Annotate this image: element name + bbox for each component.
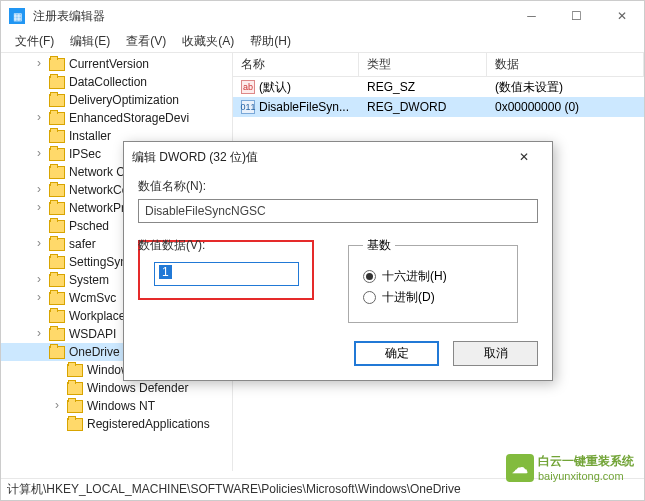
folder-icon	[49, 220, 65, 233]
list-header: 名称 类型 数据	[233, 53, 644, 77]
folder-icon	[49, 112, 65, 125]
folder-icon	[49, 328, 65, 341]
value-data: (数值未设置)	[487, 79, 644, 96]
folder-icon	[49, 184, 65, 197]
menu-help[interactable]: 帮助(H)	[242, 31, 299, 52]
col-name[interactable]: 名称	[233, 53, 359, 76]
folder-icon	[49, 94, 65, 107]
value-icon: 011	[241, 100, 255, 114]
folder-icon	[49, 202, 65, 215]
expand-icon[interactable]: ›	[33, 146, 45, 160]
menu-favorites[interactable]: 收藏夹(A)	[174, 31, 242, 52]
watermark-url: baiyunxitong.com	[538, 470, 634, 482]
folder-icon	[67, 400, 83, 413]
expand-icon[interactable]: ›	[33, 272, 45, 286]
tree-item[interactable]: ›EnhancedStorageDevi	[1, 109, 232, 127]
expand-icon[interactable]: ›	[33, 326, 45, 340]
tree-item[interactable]: RegisteredApplications	[1, 415, 232, 433]
folder-icon	[49, 58, 65, 71]
tree-item-label: Psched	[69, 219, 109, 233]
folder-icon	[49, 256, 65, 269]
expand-icon[interactable]: ›	[33, 290, 45, 304]
menubar: 文件(F) 编辑(E) 查看(V) 收藏夹(A) 帮助(H)	[1, 31, 644, 53]
list-row[interactable]: 011DisableFileSyn...REG_DWORD0x00000000 …	[233, 97, 644, 117]
name-label: 数值名称(N):	[138, 178, 538, 195]
tree-item[interactable]: DataCollection	[1, 73, 232, 91]
expand-icon[interactable]: ›	[33, 110, 45, 124]
col-type[interactable]: 类型	[359, 53, 487, 76]
cancel-button[interactable]: 取消	[453, 341, 538, 366]
edit-dword-dialog: 编辑 DWORD (32 位)值 ✕ 数值名称(N): DisableFileS…	[123, 141, 553, 381]
tree-item-label: Installer	[69, 129, 111, 143]
tree-item-label: System	[69, 273, 109, 287]
name-field[interactable]: DisableFileSyncNGSC	[138, 199, 538, 223]
value-data: 0x00000000 (0)	[487, 100, 644, 114]
value-icon: ab	[241, 80, 255, 94]
tree-item-label: EnhancedStorageDevi	[69, 111, 189, 125]
maximize-button[interactable]: ☐	[554, 1, 599, 31]
tree-item-label: RegisteredApplications	[87, 417, 210, 431]
folder-icon	[49, 292, 65, 305]
expand-icon[interactable]: ›	[51, 398, 63, 412]
minimize-button[interactable]: ─	[509, 1, 554, 31]
folder-icon	[49, 148, 65, 161]
tree-item-label: WSDAPI	[69, 327, 116, 341]
tree-item-label: DataCollection	[69, 75, 147, 89]
expand-icon[interactable]: ›	[33, 236, 45, 250]
value-type: REG_DWORD	[359, 100, 487, 114]
col-data[interactable]: 数据	[487, 53, 644, 76]
folder-icon	[49, 130, 65, 143]
radio-dec[interactable]: 十进制(D)	[363, 289, 503, 306]
value-type: REG_SZ	[359, 80, 487, 94]
tree-item-label: OneDrive	[69, 345, 120, 359]
expand-icon[interactable]: ›	[33, 56, 45, 70]
expand-icon[interactable]: ›	[33, 200, 45, 214]
tree-item[interactable]: Windows Defender	[1, 379, 232, 397]
folder-icon	[67, 382, 83, 395]
radio-dec-icon	[363, 291, 376, 304]
status-path: 计算机\HKEY_LOCAL_MACHINE\SOFTWARE\Policies…	[7, 481, 461, 498]
value-name: DisableFileSyn...	[259, 100, 349, 114]
folder-icon	[49, 310, 65, 323]
tree-item-label: Windows Defender	[87, 381, 188, 395]
window-title: 注册表编辑器	[33, 8, 509, 25]
value-name: (默认)	[259, 79, 291, 96]
folder-icon	[49, 238, 65, 251]
radio-hex-label: 十六进制(H)	[382, 268, 447, 285]
watermark-icon: ☁	[506, 454, 534, 482]
close-button[interactable]: ✕	[599, 1, 644, 31]
base-group: 基数 十六进制(H) 十进制(D)	[348, 237, 518, 323]
base-legend: 基数	[363, 237, 395, 254]
titlebar: ▦ 注册表编辑器 ─ ☐ ✕	[1, 1, 644, 31]
folder-icon	[49, 166, 65, 179]
app-icon: ▦	[9, 8, 25, 24]
folder-icon	[49, 274, 65, 287]
expand-icon[interactable]: ›	[33, 182, 45, 196]
tree-item[interactable]: ›Windows NT	[1, 397, 232, 415]
radio-hex[interactable]: 十六进制(H)	[363, 268, 503, 285]
tree-item[interactable]: ›CurrentVersion	[1, 55, 232, 73]
tree-item-label: WcmSvc	[69, 291, 116, 305]
watermark: ☁ 白云一键重装系统 baiyunxitong.com	[506, 453, 634, 482]
menu-file[interactable]: 文件(F)	[7, 31, 62, 52]
radio-hex-icon	[363, 270, 376, 283]
dialog-close-button[interactable]: ✕	[504, 142, 544, 172]
tree-item-label: DeliveryOptimization	[69, 93, 179, 107]
folder-icon	[67, 418, 83, 431]
tree-item-label: CurrentVersion	[69, 57, 149, 71]
menu-edit[interactable]: 编辑(E)	[62, 31, 118, 52]
tree-item[interactable]: DeliveryOptimization	[1, 91, 232, 109]
tree-item-label: Windows NT	[87, 399, 155, 413]
radio-dec-label: 十进制(D)	[382, 289, 435, 306]
dialog-title: 编辑 DWORD (32 位)值	[132, 149, 504, 166]
tree-item-label: safer	[69, 237, 96, 251]
watermark-text: 白云一键重装系统	[538, 454, 634, 468]
folder-icon	[67, 364, 83, 377]
folder-icon	[49, 346, 65, 359]
folder-icon	[49, 76, 65, 89]
tree-item-label: IPSec	[69, 147, 101, 161]
list-row[interactable]: ab(默认)REG_SZ(数值未设置)	[233, 77, 644, 97]
menu-view[interactable]: 查看(V)	[118, 31, 174, 52]
value-input[interactable]: 1	[154, 262, 299, 286]
ok-button[interactable]: 确定	[354, 341, 439, 366]
